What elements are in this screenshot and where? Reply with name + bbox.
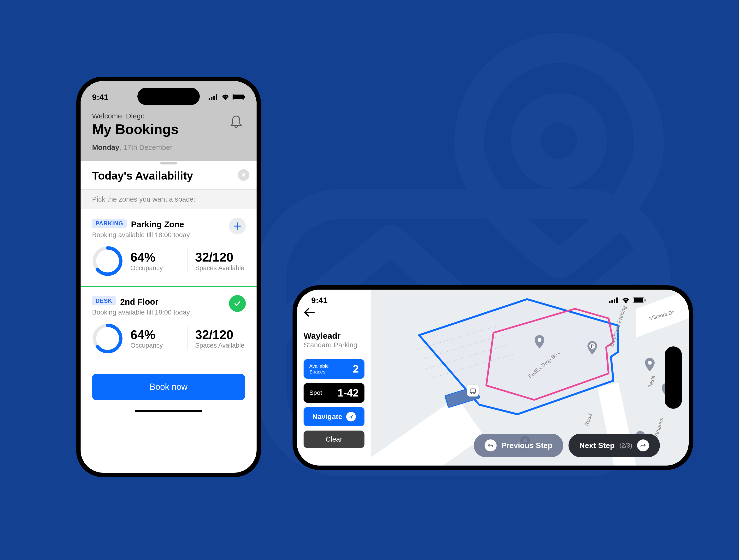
svg-rect-13 [609, 301, 610, 303]
back-button[interactable] [304, 306, 364, 320]
svg-line-23 [426, 345, 508, 369]
spaces-label: Spaces Available [195, 264, 245, 272]
step-counter: (2/3) [620, 442, 632, 449]
book-now-button[interactable]: Book now [92, 374, 245, 400]
svg-rect-5 [216, 94, 217, 100]
date-rest: , 17th December [119, 143, 172, 151]
zone-card-desk[interactable]: DESK 2nd Floor Booking available till 18… [81, 287, 257, 364]
spaces-label: Spaces Available [195, 342, 245, 349]
zone-availability: Booking available till 18:00 today [92, 309, 245, 316]
redo-icon [640, 442, 646, 448]
svg-rect-7 [233, 95, 243, 99]
svg-point-26 [471, 392, 472, 394]
date-line: Monday, 17th December [92, 143, 245, 152]
previous-step-label: Previous Step [501, 441, 553, 450]
occupancy-percent: 64% [130, 250, 180, 264]
location-subtitle: Standard Parking [304, 341, 364, 349]
notifications-button[interactable] [230, 115, 242, 130]
occupancy-ring [92, 323, 123, 354]
svg-point-31 [648, 361, 652, 365]
parking-rows [412, 321, 515, 397]
next-step-button[interactable]: Next Step (2/3) [569, 434, 660, 457]
map-view[interactable]: P Milmont Dr Employee Parking FedEx Drop… [371, 290, 689, 465]
map-pin[interactable] [644, 358, 655, 371]
parking-spot-icon [469, 387, 476, 394]
svg-line-24 [431, 354, 512, 378]
location-title: Wayleadr [304, 331, 364, 341]
occupancy-percent: 64% [130, 328, 180, 342]
home-indicator[interactable] [135, 410, 202, 412]
zone-tag: DESK [92, 296, 116, 306]
spot-pill: Spot 1-42 [304, 383, 364, 403]
navigate-label: Navigate [312, 412, 342, 421]
arrow-left-icon [304, 308, 315, 317]
svg-rect-16 [616, 298, 618, 303]
page-title: My Bookings [92, 121, 245, 137]
sheet-drag-handle[interactable] [160, 162, 177, 164]
battery-icon [633, 298, 645, 303]
battery-icon [233, 94, 245, 100]
sheet-subtitle: Pick the zones you want a space: [81, 189, 257, 209]
map-pin-parking[interactable]: P [587, 341, 598, 355]
svg-text:P: P [591, 344, 594, 349]
status-time: 9:41 [311, 296, 327, 305]
close-button[interactable]: ✕ [238, 169, 249, 181]
zone-name: 2nd Floor [120, 297, 158, 306]
svg-rect-18 [634, 298, 643, 303]
spaces-count: 32/120 [195, 250, 245, 264]
phone-landscape: 9:41 Wayleadr Standard Parking Available… [293, 285, 693, 470]
zone-name: Parking Zone [131, 220, 184, 229]
zone-availability: Booking available till 18:00 today [92, 231, 245, 239]
map-label-tesla: Tesla [647, 375, 657, 388]
spot-badge[interactable] [467, 385, 479, 396]
status-bar: 9:41 [311, 296, 645, 305]
wifi-icon [221, 94, 230, 100]
occupancy-label: Occupancy [130, 342, 180, 349]
svg-rect-14 [611, 300, 613, 303]
zone-tag: PARKING [92, 219, 127, 228]
available-value: 2 [353, 363, 359, 375]
navigation-panel: Wayleadr Standard Parking AvailableSpace… [297, 290, 371, 465]
signal-icon [609, 298, 619, 303]
previous-step-button[interactable]: Previous Step [474, 434, 563, 457]
svg-point-27 [473, 392, 475, 394]
svg-point-28 [538, 338, 542, 342]
signal-icon [208, 94, 218, 100]
svg-rect-25 [470, 389, 475, 393]
navigate-button[interactable]: Navigate [304, 407, 364, 426]
svg-rect-3 [211, 97, 212, 100]
phone-portrait: 9:41 Welcome, Diego My Bookings Monday, … [76, 77, 261, 477]
check-icon [233, 299, 242, 308]
svg-line-22 [422, 335, 503, 359]
spot-label: Spot [309, 389, 322, 396]
navigate-arrow-icon [346, 412, 356, 421]
svg-rect-2 [208, 98, 210, 100]
occupancy-ring [92, 245, 123, 276]
welcome-text: Welcome, Diego [92, 112, 245, 120]
dynamic-island [665, 346, 682, 409]
svg-rect-4 [213, 96, 215, 100]
plus-icon [233, 222, 242, 230]
svg-rect-19 [644, 299, 645, 302]
zone-card-parking[interactable]: PARKING Parking Zone Booking available t… [81, 209, 257, 287]
spot-value: 1-42 [338, 387, 359, 399]
status-time: 9:41 [92, 92, 108, 102]
wifi-icon [621, 297, 630, 304]
selected-zone-indicator[interactable] [229, 295, 246, 312]
undo-icon [487, 442, 494, 448]
occupancy-label: Occupancy [130, 264, 180, 272]
svg-rect-8 [244, 96, 245, 98]
add-zone-button[interactable] [229, 218, 246, 234]
clear-button[interactable]: Clear [304, 430, 364, 448]
svg-rect-15 [614, 299, 615, 303]
map-pin[interactable] [534, 335, 545, 349]
spaces-count: 32/120 [195, 328, 245, 342]
svg-point-1 [526, 108, 592, 174]
svg-line-21 [417, 326, 498, 350]
available-label: AvailableSpaces [309, 363, 329, 375]
available-spaces-pill: AvailableSpaces 2 [304, 359, 364, 379]
date-day: Monday [92, 143, 119, 151]
next-step-label: Next Step [579, 441, 615, 450]
sheet-title: Today's Availability [81, 164, 257, 189]
dynamic-island [137, 88, 200, 105]
